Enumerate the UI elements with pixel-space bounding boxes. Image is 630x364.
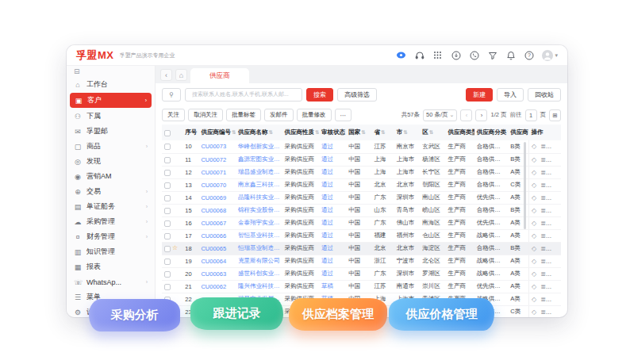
tag-icon[interactable]: ◇: [532, 207, 536, 214]
row-checkbox[interactable]: [164, 246, 171, 252]
tag-icon[interactable]: ◇: [532, 143, 536, 150]
detail-icon[interactable]: ≣: [540, 258, 546, 265]
sort-icon[interactable]: ⇅: [361, 129, 365, 135]
sort-icon[interactable]: ⇅: [232, 129, 236, 135]
sidebar-item-marketing[interactable]: ◉营销AM: [67, 169, 155, 184]
column-header[interactable]: 市⇅: [394, 125, 420, 140]
column-header[interactable]: 供应商性质⇅: [282, 125, 318, 140]
row-checkbox[interactable]: [164, 208, 171, 214]
detail-icon[interactable]: ≣: [540, 308, 546, 316]
toolbar-button-2[interactable]: 批量标签: [226, 109, 261, 121]
tag-icon[interactable]: ◇: [532, 283, 536, 290]
search-button[interactable]: 搜索: [306, 88, 333, 102]
headset-icon[interactable]: [414, 50, 424, 60]
supplier-code-link[interactable]: CU00069: [198, 191, 235, 204]
sort-icon[interactable]: ⇅: [507, 129, 508, 135]
detail-icon[interactable]: ≣: [540, 182, 546, 189]
advanced-filter-button[interactable]: 高级筛选: [337, 88, 377, 102]
page-size-select[interactable]: 50 条/页 ⌄: [423, 109, 457, 121]
sidebar-item-product[interactable]: ▢商品›: [67, 139, 155, 154]
column-header[interactable]: 供应商名称⇅: [236, 125, 282, 140]
table-row[interactable]: 17CU00066智恒基业科技实业采购供应商通过中国福建福州市仓山区生产商战略供…: [162, 229, 561, 242]
supplier-name-link[interactable]: 隆兴伟业科技实业: [236, 280, 282, 293]
supplier-code-link[interactable]: CU00065: [198, 242, 235, 255]
sidebar-item-shipping[interactable]: ▤单证船务›: [67, 199, 155, 214]
detail-icon[interactable]: ≣: [540, 143, 546, 150]
column-header[interactable]: 区⇅: [420, 125, 445, 140]
row-checkbox[interactable]: [164, 233, 171, 239]
supplier-name-link[interactable]: 瑞昌盛业制造公司: [236, 166, 282, 178]
table-row[interactable]: 10CU00073华峰创新实业有限...采购供应商通过中国江苏南京市玄武区生产商…: [162, 140, 561, 153]
detail-icon[interactable]: ≣: [540, 156, 546, 163]
download-icon[interactable]: [451, 50, 461, 60]
prev-page-button[interactable]: ‹: [460, 109, 472, 121]
sidebar-item-mail[interactable]: ✉孚盟邮: [67, 124, 155, 139]
supplier-name-link[interactable]: 盛世科创实业公司: [236, 267, 282, 280]
sidebar-collapse-icon[interactable]: ⊟: [74, 67, 80, 75]
sidebar-item-report[interactable]: ▦报表: [67, 259, 155, 274]
toolbar-button-4[interactable]: 批量修改: [297, 109, 332, 121]
supplier-code-link[interactable]: CU00070: [198, 178, 235, 191]
supplier-name-link[interactable]: 晶隆科技实业发展...: [236, 191, 282, 204]
table-row[interactable]: 21CU00062隆兴伟业科技实业采购供应商草稿中国江苏南通市崇川区生产商优先供…: [162, 280, 561, 293]
sidebar-item-whatsapp[interactable]: ☏WhatsAp...›: [67, 274, 155, 289]
table-row[interactable]: 11CU00072鑫源宏图实业集团采购供应商通过中国上海上海市杨浦区生产商合格供…: [162, 153, 561, 166]
tag-icon[interactable]: ◇: [532, 169, 536, 176]
sort-icon[interactable]: ⇅: [315, 129, 319, 135]
tab-back-button[interactable]: ‹: [160, 69, 172, 81]
sort-icon[interactable]: ⇅: [381, 129, 385, 135]
supplier-name-link[interactable]: 恒瑞基业制造有限...: [236, 242, 282, 255]
detail-icon[interactable]: ≣: [540, 220, 546, 227]
supplier-code-link[interactable]: CU00068: [198, 204, 235, 216]
column-header[interactable]: 供应商编号⇅: [198, 125, 235, 140]
table-row[interactable]: 12CU00071瑞昌盛业制造公司采购供应商通过中国上海上海市长宁区生产商合格供…: [162, 166, 561, 178]
toolbar-button-1[interactable]: 取消关注: [188, 109, 223, 121]
column-header[interactable]: 供应商分类⇅: [474, 125, 508, 140]
detail-icon[interactable]: ≣: [540, 283, 546, 290]
column-settings-button[interactable]: ⊞: [549, 109, 561, 121]
column-header[interactable]: 审核状态⇅: [319, 125, 346, 140]
bell-icon[interactable]: [505, 50, 516, 60]
apps-grid-icon[interactable]: [432, 50, 443, 60]
search-input[interactable]: 搜索联系人姓名,联系人手机,联系人邮...: [185, 88, 302, 102]
sidebar-item-knowledge[interactable]: ▥知识管理: [67, 244, 155, 259]
tab-suppliers[interactable]: 供应商: [190, 68, 249, 83]
row-checkbox[interactable]: [164, 182, 171, 189]
sidebar-item-discover[interactable]: ◎发现: [67, 154, 155, 169]
sort-icon[interactable]: ⇅: [429, 129, 433, 135]
quick-button-1[interactable]: 跟进记录: [190, 297, 283, 330]
sidebar-item-finance[interactable]: ¤财务管理›: [67, 229, 155, 244]
tab-home-button[interactable]: ⌂: [175, 69, 187, 81]
supplier-name-link[interactable]: 智恒基业科技实业: [236, 229, 282, 242]
sidebar-item-home[interactable]: ⌂工作台: [67, 77, 155, 92]
toolbar-button-3[interactable]: 发邮件: [264, 109, 294, 121]
new-button[interactable]: 新建: [466, 88, 493, 102]
quick-button-0[interactable]: 采购分析: [89, 299, 180, 331]
supplier-name-link[interactable]: 锦程实业股份公司: [236, 204, 282, 216]
recycle-bin-button[interactable]: 回收站: [528, 88, 561, 102]
star-icon[interactable]: ☆: [172, 244, 178, 251]
quick-button-3[interactable]: 供应价格管理: [389, 298, 494, 331]
supplier-name-link[interactable]: 鑫源宏图实业集团: [236, 153, 282, 166]
contact-search-mode-button[interactable]: ⚲: [162, 88, 181, 102]
table-row[interactable]: 13CU00070南京鑫三科技有限...采购供应商通过中国北京北京市朝阳区生产商…: [162, 178, 561, 191]
table-row[interactable]: 14CU00069晶隆科技实业发展...采购供应商通过中国广东深圳市南山区生产商…: [162, 191, 561, 204]
next-page-button[interactable]: ›: [475, 109, 487, 121]
sidebar-item-purchase[interactable]: ☁采购管理›: [67, 214, 155, 229]
supplier-code-link[interactable]: CU00071: [198, 166, 235, 178]
supplier-name-link[interactable]: 华峰创新实业有限...: [236, 140, 282, 153]
tag-icon[interactable]: ◇: [532, 308, 536, 316]
row-checkbox[interactable]: [164, 259, 171, 265]
table-row[interactable]: ☆18CU00065恒瑞基业制造有限...采购供应商通过中国北京北京市海淀区生产…: [162, 242, 561, 255]
row-checkbox[interactable]: [164, 157, 171, 163]
column-header[interactable]: 供应商类型⇅: [445, 125, 474, 140]
column-header[interactable]: 省⇅: [372, 125, 394, 140]
goto-page-input[interactable]: 1: [525, 109, 537, 121]
row-checkbox[interactable]: [164, 170, 171, 176]
tag-icon[interactable]: ◇: [532, 245, 536, 252]
whatsapp-icon[interactable]: [469, 50, 479, 60]
tag-icon[interactable]: ◇: [532, 296, 536, 303]
tag-icon[interactable]: ◇: [532, 156, 536, 163]
tag-icon[interactable]: ◇: [532, 232, 536, 239]
user-avatar[interactable]: ▾: [542, 50, 558, 61]
